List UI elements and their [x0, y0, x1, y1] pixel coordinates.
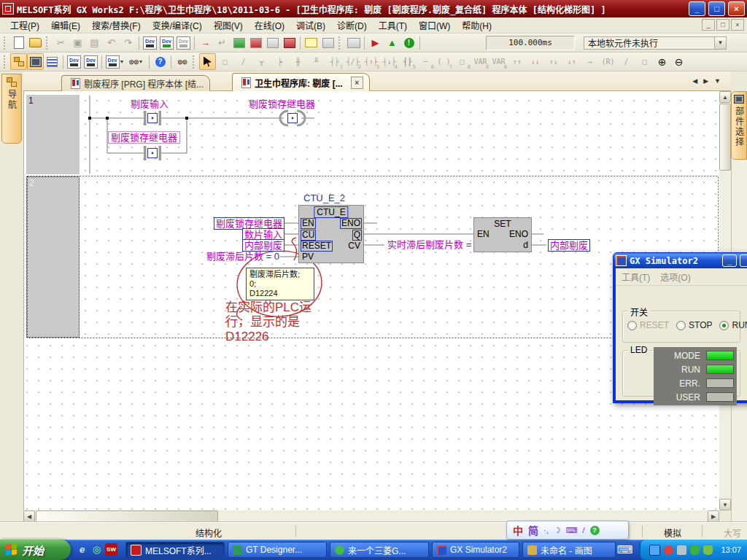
menu-item[interactable]: 在线(O)	[249, 18, 290, 33]
ime-punctuation-icon[interactable]: ·,	[543, 526, 549, 534]
solidworks-quicklaunch-icon[interactable]: SW	[105, 543, 117, 556]
security-alert-tray-icon[interactable]	[664, 545, 673, 555]
device-find-button[interactable]: Dev	[142, 34, 158, 51]
ladder-tool-button[interactable]: □	[216, 55, 234, 69]
ladder-tool-button[interactable]: ↑↓	[544, 55, 562, 69]
open-project-button[interactable]	[27, 34, 44, 51]
vertical-scroll-thumb[interactable]	[719, 104, 731, 171]
fb-instance-name[interactable]: CTU_E_2	[303, 192, 345, 203]
output-label-cv[interactable]: 实时滞后剔废片数 = 0	[387, 239, 479, 250]
device-comment-button[interactable]: Dev	[66, 53, 82, 70]
paste-button[interactable]: ▤	[86, 34, 103, 51]
horizontal-scroll-thumb[interactable]	[36, 510, 218, 522]
ime-help-icon[interactable]: ?	[590, 526, 600, 535]
tab-program-body[interactable]: 剔废程序 [PRG] 程序本体 [结...	[61, 75, 210, 91]
zoom-out-button[interactable]: ⊖	[670, 53, 687, 70]
toolbar-grip[interactable]	[4, 55, 8, 69]
select-mode-button[interactable]	[199, 53, 216, 70]
simulation-start-button[interactable]: ▶	[367, 34, 384, 51]
menu-item[interactable]: 编辑(E)	[45, 18, 86, 33]
simulator-minimize-button[interactable]: _	[722, 254, 737, 267]
element-selection-side-tab[interactable]: 部件选择	[731, 91, 747, 160]
network-tray-icon[interactable]	[649, 545, 660, 556]
tab-close-button[interactable]: ×	[351, 77, 363, 89]
toolbar-grip[interactable]	[4, 36, 8, 50]
ladder-tool-button[interactable]: ┤↓├4	[380, 55, 398, 69]
branch-contact-label[interactable]: 剔废锁存继电器	[108, 131, 180, 144]
simulation-setting-button[interactable]	[345, 34, 362, 51]
ladder-tool-button[interactable]: ┤├1	[325, 55, 344, 69]
watch-register-button[interactable]	[264, 34, 281, 51]
device-memory-button[interactable]: Dev	[82, 53, 99, 70]
simulation-warning-button[interactable]: ▲	[384, 34, 400, 51]
taskbar-task-button[interactable]: GT Designer...	[228, 542, 327, 558]
coil-symbol[interactable]	[280, 111, 305, 125]
ladder-tool-button[interactable]: VAR9	[471, 55, 489, 69]
close-button[interactable]: ×	[728, 1, 745, 16]
taskbar-task-button[interactable]: MELSOFT系列...	[125, 542, 225, 558]
radio-circle[interactable]	[676, 321, 686, 330]
shield-tray-icon[interactable]	[690, 545, 700, 555]
rung-2-gutter[interactable]: 2	[26, 176, 80, 338]
tab-next-icon[interactable]: ▶	[703, 77, 708, 85]
device-display-button[interactable]: Dev	[158, 34, 175, 51]
redo-button[interactable]: ↷	[120, 34, 136, 51]
ladder-tool-button[interactable]: □8	[453, 55, 471, 69]
ladder-tool-button[interactable]: /	[234, 55, 252, 69]
radio-option[interactable]: RUN	[719, 320, 747, 330]
radio-circle[interactable]	[627, 321, 637, 330]
menu-item[interactable]: 视图(V)	[208, 18, 249, 33]
ime-language-icon[interactable]: 中	[513, 523, 523, 537]
watch-start-button[interactable]	[231, 34, 247, 51]
read-from-plc-button[interactable]: ↵	[214, 34, 231, 51]
simulator-menu-tools[interactable]: 工具(T)	[622, 271, 650, 283]
undo-button[interactable]: ↶	[103, 34, 120, 51]
copy-button[interactable]: ▣	[69, 34, 86, 51]
radio-option[interactable]: RESET	[627, 320, 669, 330]
ime-fullwidth-icon[interactable]: ☽	[554, 526, 561, 535]
start-button[interactable]: 开始	[0, 540, 71, 560]
scroll-right-icon[interactable]: ▶	[708, 510, 719, 522]
taskbar-task-button[interactable]: 未命名 - 画图	[522, 542, 616, 558]
menu-item[interactable]: 变换/编译(C)	[147, 18, 208, 33]
menu-item[interactable]: 调试(B)	[290, 18, 331, 33]
set-function-block[interactable]: SET EN ENO d	[473, 217, 532, 252]
scroll-up-icon[interactable]: ▲	[719, 91, 731, 103]
scroll-left-icon[interactable]: ◀	[23, 510, 35, 522]
mdi-restore-button[interactable]: □	[716, 19, 729, 31]
find-device-button[interactable]: ⊙⊙▼	[125, 53, 147, 70]
hardware-tray-icon[interactable]	[677, 545, 686, 555]
keyboard-tray-icon[interactable]: ⌨	[619, 543, 631, 556]
scroll-down-icon[interactable]: ▼	[719, 499, 731, 510]
taskbar-task-button[interactable]: GX Simulator2	[432, 542, 519, 558]
tab-library-tiofei[interactable]: 卫生巾程序库: 剔废 [... ×	[232, 73, 370, 91]
simulator-maximize-button[interactable]	[740, 254, 747, 267]
dropdown-arrow-icon[interactable]: ▼	[714, 37, 726, 49]
menu-item[interactable]: 诊断(D)	[331, 18, 373, 33]
menu-item[interactable]: 窗口(W)	[413, 18, 456, 33]
contact-symbol[interactable]	[144, 111, 161, 125]
antivirus-tray-icon[interactable]	[703, 545, 713, 555]
ladder-tool-button[interactable]: ┤/├2	[344, 55, 362, 69]
ime-tool-icon[interactable]: /	[583, 526, 585, 534]
ime-softkeyboard-icon[interactable]: ⌨	[566, 526, 578, 535]
contact-label[interactable]: 剔废输入	[131, 98, 169, 109]
zoom-in-button[interactable]: ⊕	[654, 53, 670, 70]
ladder-tool-button[interactable]: →	[581, 55, 599, 69]
taskbar-task-button[interactable]: 来一个三菱G...	[330, 542, 429, 558]
ladder-tool-button[interactable]: □	[635, 55, 654, 69]
output-label-d[interactable]: 内部剔废	[548, 239, 590, 252]
mdi-close-button[interactable]: ×	[731, 19, 744, 31]
toolbar-grip[interactable]	[46, 36, 50, 50]
menu-item[interactable]: 工具(T)	[373, 18, 413, 33]
toolbar-grip[interactable]	[193, 55, 197, 69]
contact-symbol[interactable]	[144, 146, 161, 160]
output-window-button[interactable]	[44, 53, 61, 70]
new-project-button[interactable]	[10, 34, 27, 51]
coil-label[interactable]: 剔废锁存继电器	[249, 98, 315, 109]
device-test-button[interactable]: Dev	[175, 34, 192, 51]
ladder-tool-button[interactable]: ( )7	[435, 55, 453, 69]
statement-button[interactable]	[320, 34, 336, 51]
ctu-function-block[interactable]: CTU_E EN ENO CU Q RESET CV PV	[298, 205, 364, 263]
radio-option[interactable]: STOP	[676, 320, 712, 330]
